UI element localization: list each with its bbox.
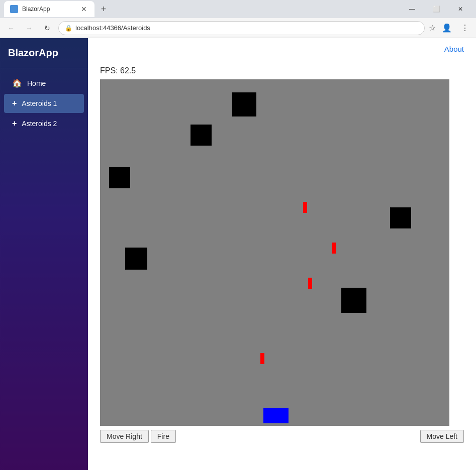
app-container: BlazorApp 🏠 Home + Asteroids 1 + Asteroi…	[0, 38, 476, 470]
url-text: localhost:44366/Asteroids	[75, 24, 418, 32]
move-left-button[interactable]: Move Left	[420, 430, 464, 443]
browser-menu-button[interactable]: ⋮	[458, 21, 472, 35]
browser-chrome: BlazorApp ✕ + — ⬜ ✕ ← → ↻ 🔒 localhost:44…	[0, 0, 476, 38]
main-content: About FPS: 62.5 Move Right Fire Move Lef…	[88, 38, 476, 470]
top-bar: About	[88, 38, 476, 60]
about-link[interactable]: About	[444, 45, 464, 53]
bullet-1	[332, 243, 336, 254]
sidebar: BlazorApp 🏠 Home + Asteroids 1 + Asteroi…	[0, 38, 88, 470]
sidebar-nav: 🏠 Home + Asteroids 1 + Asteroids 2	[0, 68, 88, 138]
fps-display: FPS: 62.5	[100, 66, 464, 75]
asteroid-4	[390, 207, 411, 228]
title-bar: BlazorApp ✕ + — ⬜ ✕	[0, 0, 476, 18]
game-canvas	[100, 79, 449, 426]
window-close-button[interactable]: ✕	[449, 1, 472, 17]
lock-icon: 🔒	[65, 25, 72, 32]
sidebar-item-home-label: Home	[27, 79, 46, 87]
sidebar-item-asteroids2-label: Asteroids 2	[22, 120, 57, 128]
plus-icon-asteroids2: +	[12, 119, 17, 128]
asteroid-5	[341, 288, 366, 313]
url-bar[interactable]: 🔒 localhost:44366/Asteroids	[58, 21, 425, 35]
minimize-button[interactable]: —	[401, 1, 424, 17]
tab-favicon	[10, 5, 18, 13]
profile-button[interactable]: 👤	[440, 21, 454, 35]
tab-title: BlazorApp	[22, 6, 75, 13]
asteroid-1	[191, 125, 212, 146]
player-ship	[263, 408, 289, 423]
forward-button[interactable]: →	[22, 21, 36, 35]
move-right-button[interactable]: Move Right	[100, 430, 149, 443]
tab-close-button[interactable]: ✕	[79, 5, 88, 14]
address-bar: ← → ↻ 🔒 localhost:44366/Asteroids ☆ 👤 ⋮	[0, 18, 476, 38]
fire-button[interactable]: Fire	[151, 430, 176, 443]
home-icon: 🏠	[12, 78, 22, 88]
bookmark-icon[interactable]: ☆	[429, 23, 436, 33]
sidebar-item-asteroids2[interactable]: + Asteroids 2	[4, 114, 84, 133]
asteroid-3	[125, 248, 147, 270]
game-area: FPS: 62.5 Move Right Fire Move Left	[88, 60, 476, 470]
back-button[interactable]: ←	[4, 21, 18, 35]
refresh-button[interactable]: ↻	[40, 21, 54, 35]
plus-icon-asteroids1: +	[12, 99, 17, 108]
sidebar-item-asteroids1-label: Asteroids 1	[22, 99, 57, 107]
browser-tab[interactable]: BlazorApp ✕	[4, 1, 94, 17]
asteroid-2	[109, 167, 130, 188]
sidebar-item-asteroids1[interactable]: + Asteroids 1	[4, 94, 84, 113]
sidebar-brand: BlazorApp	[0, 38, 88, 68]
bullet-2	[308, 278, 312, 289]
bullet-3	[260, 353, 264, 364]
bullet-0	[303, 202, 307, 213]
new-tab-button[interactable]: +	[97, 2, 111, 16]
asteroid-0	[232, 92, 256, 116]
controls: Move Right Fire Move Left	[100, 426, 464, 447]
window-controls: — ⬜ ✕	[401, 1, 472, 17]
sidebar-item-home[interactable]: 🏠 Home	[4, 73, 84, 93]
maximize-button[interactable]: ⬜	[425, 1, 448, 17]
